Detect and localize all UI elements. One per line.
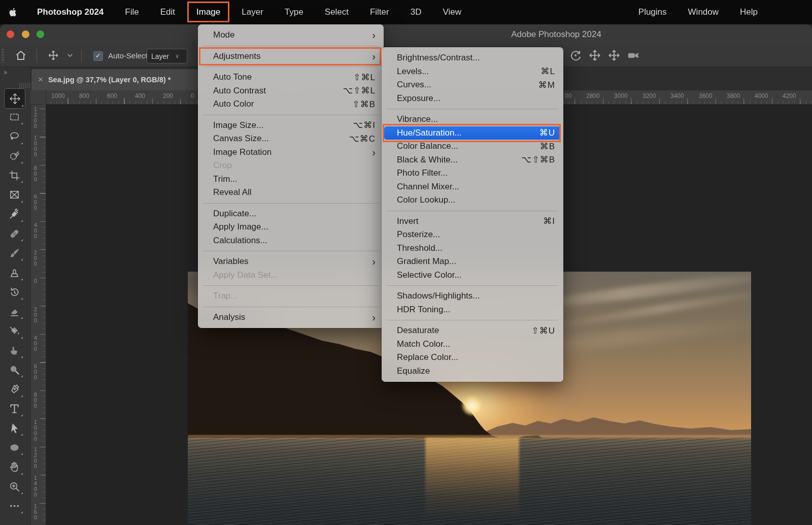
tool-gradient[interactable] [4, 322, 24, 340]
menu-item-curves[interactable]: Curves...⌘M [382, 78, 563, 92]
menu-item-black-white[interactable]: Black & White...⌥⇧⌘B [382, 153, 563, 167]
menubar-item-view[interactable]: View [432, 0, 472, 24]
tool-clone-stamp[interactable] [4, 264, 24, 282]
home-icon[interactable] [14, 49, 27, 62]
menu-item-photo-filter[interactable]: Photo Filter... [382, 167, 563, 180]
tool-spot-healing[interactable] [4, 224, 24, 243]
menu-item-match-color[interactable]: Match Color... [382, 338, 563, 351]
menu-item-invert[interactable]: Invert⌘I [382, 215, 563, 228]
tool-dodge[interactable] [4, 360, 24, 379]
menubar-item-filter[interactable]: Filter [359, 0, 400, 24]
pan-3d-icon[interactable] [588, 49, 601, 62]
tool-frame[interactable] [4, 186, 24, 204]
auto-select-checkbox[interactable]: ✓ [93, 51, 103, 61]
move-3d-icon[interactable] [607, 49, 621, 62]
menubar-item-type[interactable]: Type [274, 0, 314, 24]
menu-item-channel-mixer[interactable]: Channel Mixer... [382, 180, 563, 194]
tool-object-selection[interactable] [4, 147, 24, 165]
tool-eyedropper[interactable] [4, 205, 24, 223]
brush-icon [9, 247, 20, 259]
menu-item-label: Reveal All [213, 187, 376, 198]
menu-item-threshold[interactable]: Threshold... [382, 242, 563, 255]
tool-eraser[interactable] [4, 302, 24, 320]
menu-item-calculations[interactable]: Calculations... [198, 234, 384, 248]
close-tab-icon[interactable]: × [38, 75, 43, 85]
menu-item-equalize[interactable]: Equalize [382, 365, 563, 378]
auto-select-target-dropdown[interactable]: Layer ∨ [147, 49, 187, 63]
tool-rectangular-marquee[interactable] [4, 108, 24, 126]
menu-item-gradient-map[interactable]: Gradient Map... [382, 255, 563, 269]
menu-item-duplicate[interactable]: Duplicate... [198, 207, 384, 221]
tool-lasso[interactable] [4, 127, 24, 146]
tool-flyout-corner [21, 511, 23, 513]
menubar-item-help[interactable]: Help [729, 0, 768, 24]
toolbar-expand-icon[interactable]: ›› [4, 68, 6, 76]
menubar-item-select[interactable]: Select [314, 0, 359, 24]
v-ruler-label: 400 [33, 335, 38, 352]
menu-item-apply-image[interactable]: Apply Image... [198, 220, 384, 234]
menu-item-canvas-size[interactable]: Canvas Size...⌥⌘C [198, 132, 384, 146]
menubar-item-plugins[interactable]: Plugins [628, 0, 678, 24]
menu-item-auto-color[interactable]: Auto Color⇧⌘B [198, 97, 384, 111]
tool-history-brush[interactable] [4, 283, 24, 301]
move-tool-preset-icon[interactable] [47, 49, 60, 62]
v-ruler-label: 200 [33, 307, 38, 323]
path-selection-icon [9, 422, 20, 434]
menu-item-selective-color[interactable]: Selective Color... [382, 269, 563, 282]
menu-item-image-size[interactable]: Image Size...⌥⌘I [198, 119, 384, 133]
menubar-item-edit[interactable]: Edit [150, 0, 186, 24]
menubar-item-3d[interactable]: 3D [400, 0, 432, 24]
document-tab[interactable]: × Sea.jpg @ 37,7% (Layer 0, RGB/8) * [31, 69, 199, 90]
tool-brush[interactable] [4, 244, 24, 262]
menubar-item-photoshop-2024[interactable]: Photoshop 2024 [26, 0, 114, 24]
image-menu-dropdown: Mode›Adjustments›Auto Tone⇧⌘LAuto Contra… [198, 24, 384, 328]
vertical-ruler: 1200100080060040020002004006008001000120… [30, 104, 46, 525]
menu-item-auto-tone[interactable]: Auto Tone⇧⌘L [198, 71, 384, 84]
menu-item-hdr-toning[interactable]: HDR Toning... [382, 303, 563, 317]
tool-path-selection[interactable] [4, 419, 24, 437]
camera-icon[interactable] [627, 49, 640, 62]
tool-move[interactable] [4, 88, 25, 109]
menu-item-levels[interactable]: Levels...⌘L [382, 65, 563, 79]
menu-item-auto-contrast[interactable]: Auto Contrast⌥⇧⌘L [198, 84, 384, 98]
menu-item-hue-saturation[interactable]: Hue/Saturation...⌘U [384, 126, 561, 140]
menubar-item-window[interactable]: Window [678, 0, 729, 24]
tool-ellipse-shape[interactable] [4, 438, 24, 456]
menu-item-image-rotation[interactable]: Image Rotation› [198, 146, 384, 159]
menu-item-replace-color[interactable]: Replace Color... [382, 351, 563, 365]
menubar-item-image[interactable]: Image [186, 0, 231, 24]
menu-item-color-balance[interactable]: Color Balance...⌘B [382, 140, 563, 153]
menubar-item-layer[interactable]: Layer [231, 0, 274, 24]
tool-type[interactable] [4, 400, 24, 418]
maximize-window-button[interactable] [37, 30, 44, 38]
menu-item-shadows-highlights[interactable]: Shadows/Highlights... [382, 289, 563, 303]
menu-item-vibrance[interactable]: Vibrance... [382, 113, 563, 126]
menu-item-analysis[interactable]: Analysis› [198, 311, 384, 324]
menu-item-adjustments[interactable]: Adjustments› [198, 50, 384, 63]
menu-item-reveal-all[interactable]: Reveal All [198, 186, 384, 200]
minimize-window-button[interactable] [22, 30, 29, 38]
menu-item-color-lookup[interactable]: Color Lookup... [382, 193, 563, 207]
menu-item-exposure[interactable]: Exposure... [382, 92, 563, 106]
menu-item-variables[interactable]: Variables› [198, 255, 384, 269]
menu-item-brightness-contrast[interactable]: Brightness/Contrast... [382, 51, 563, 65]
menubar-item-file[interactable]: File [114, 0, 149, 24]
chevron-down-icon[interactable] [63, 49, 77, 62]
orbit-3d-icon[interactable] [569, 49, 582, 62]
tool-more-tools[interactable] [4, 497, 24, 515]
photoshop-app-window: Adobe Photoshop 2024 ✓ Auto-Select: Laye… [0, 0, 812, 525]
menu-item-mode[interactable]: Mode› [198, 28, 384, 42]
tool-hand[interactable] [4, 458, 24, 476]
menu-item-posterize[interactable]: Posterize... [382, 228, 563, 242]
menu-item-trim[interactable]: Trim... [198, 173, 384, 186]
apple-menu-icon[interactable] [8, 7, 19, 18]
tool-smudge[interactable] [4, 341, 24, 359]
tool-pen[interactable] [4, 380, 24, 399]
close-window-button[interactable] [7, 30, 14, 38]
v-ruler-label: 800 [33, 392, 38, 409]
menu-item-desaturate[interactable]: Desaturate⇧⌘U [382, 324, 563, 338]
h-ruler-label: 4000 [755, 92, 768, 100]
tool-crop[interactable] [4, 166, 24, 184]
tool-zoom[interactable] [4, 477, 24, 496]
menu-divider [203, 203, 379, 204]
